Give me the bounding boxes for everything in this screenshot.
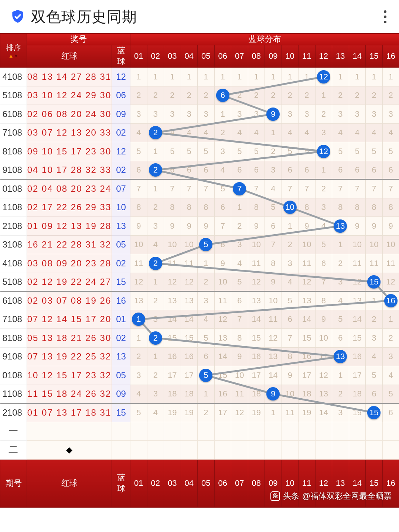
more-menu-button[interactable] [381,7,389,26]
miss-cell: 1 [147,347,164,366]
miss-cell: 2 [147,198,164,217]
miss-cell: 3 [214,142,231,161]
miss-cell: 3 [147,217,164,236]
miss-cell: 7 [181,180,198,198]
col-14: 14 [349,45,366,68]
miss-cell: 8 [282,347,299,366]
miss-cell: 7 [315,273,332,291]
miss-cell: 1 [214,68,231,86]
miss-cell: 2 [265,142,282,161]
red-balls-cell: 03 08 09 20 23 28 [27,254,112,273]
hit-cell: 2 [147,329,164,348]
blue-ball-cell: 13 [112,347,130,366]
miss-cell: 3 [198,291,215,310]
miss-cell: 12 [164,273,181,291]
jianghao-header: 奖号 [27,34,130,45]
miss-cell: 3 [265,161,282,180]
miss-cell: 6 [231,161,248,180]
blue-ball-cell: 02 [112,161,130,180]
miss-cell: 7 [366,180,383,198]
miss-cell: 3 [315,198,332,217]
col-11: 11 [299,45,316,68]
miss-cell: 12 [248,273,265,291]
miss-cell: 3 [332,403,349,422]
miss-cell: 7 [214,217,231,236]
blue-ball-cell: 12 [112,142,130,161]
miss-cell: 3 [366,105,383,124]
miss-cell: 1 [147,180,164,198]
miss-cell: 2 [299,86,316,105]
miss-cell: 8 [181,198,198,217]
miss-cell: 19 [164,403,181,422]
miss-cell: 4 [147,235,164,254]
miss-cell: 6 [366,161,383,180]
miss-cell: 9 [382,217,399,236]
miss-cell: 4 [382,123,399,142]
col-07: 07 [231,45,248,68]
miss-cell: 12 [382,273,399,291]
hit-cell: 13 [332,217,349,236]
miss-cell: 18 [248,385,265,403]
miss-cell: 12 [299,273,316,291]
miss-cell: 6 [382,403,399,422]
blue-ball-cell: 06 [112,86,130,105]
miss-cell: 5 [366,142,383,161]
miss-cell: 5 [231,142,248,161]
miss-cell: 1 [332,366,349,385]
miss-cell: 6 [231,291,248,310]
miss-cell: 5 [130,403,147,422]
miss-cell: 11 [214,291,231,310]
period-cell: 5108 [0,86,27,105]
miss-cell: 5 [282,142,299,161]
miss-cell: 2 [366,310,383,329]
miss-cell: 11 [164,254,181,273]
miss-cell: 1 [130,68,147,86]
miss-cell: 14 [349,310,366,329]
miss-cell: 3 [382,105,399,124]
miss-cell: 3 [198,105,215,124]
col-09: 09 [265,45,282,68]
miss-cell: 13 [299,291,316,310]
miss-cell: 4 [382,366,399,385]
miss-cell: 9 [130,217,147,236]
miss-cell: 1 [332,235,349,254]
miss-cell: 4 [282,273,299,291]
miss-cell: 16 [349,347,366,366]
miss-cell: 19 [349,403,366,422]
miss-cell: 7 [231,310,248,329]
miss-cell: 8 [382,198,399,217]
miss-cell: 3 [147,105,164,124]
miss-cell: 3 [315,123,332,142]
miss-cell: 16 [299,347,316,366]
miss-cell: 2 [349,86,366,105]
miss-cell: 8 [315,291,332,310]
miss-cell: 16 [181,347,198,366]
miss-cell: 1 [164,68,181,86]
miss-cell: 3 [130,105,147,124]
miss-cell: 2 [214,123,231,142]
miss-cell: 4 [198,123,215,142]
miss-cell: 1 [382,68,399,86]
miss-cell: 12 [181,273,198,291]
period-cell: 9108 [0,347,27,366]
col-04: 04 [181,45,198,68]
miss-cell: 10 [282,385,299,403]
miss-cell: 1 [366,291,383,310]
miss-cell: 12 [130,273,147,291]
blue-ball-cell: 10 [112,198,130,217]
miss-cell: 11 [382,254,399,273]
miss-cell: 3 [382,347,399,366]
miss-cell: 13 [349,291,366,310]
miss-cell: 2 [315,105,332,124]
miss-cell: 10 [248,235,265,254]
sort-header[interactable]: 排序▲▼ [0,34,27,68]
miss-cell: 9 [164,217,181,236]
miss-cell: 5 [382,385,399,403]
miss-cell: 2 [130,86,147,105]
miss-cell: 12 [265,329,282,348]
miss-cell: 18 [349,385,366,403]
miss-cell: 4 [164,123,181,142]
miss-cell: 2 [198,403,215,422]
miss-cell: 6 [164,161,181,180]
miss-cell: 1 [382,310,399,329]
